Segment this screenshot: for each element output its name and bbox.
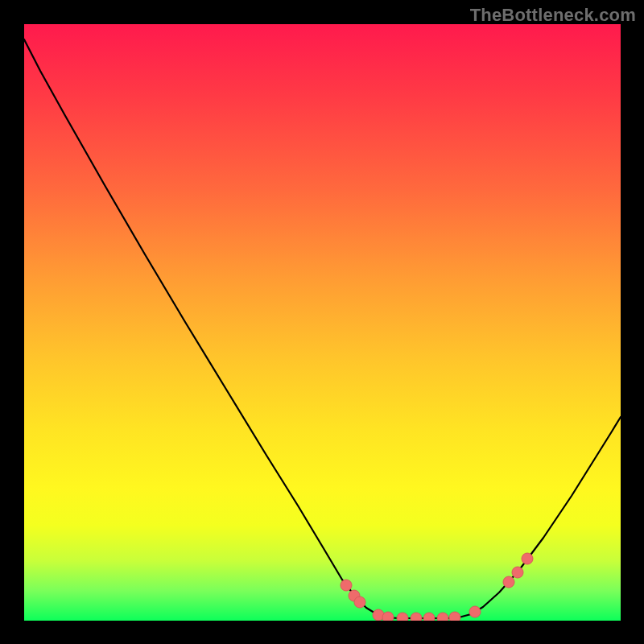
chart-stage: TheBottleneck.com bbox=[0, 0, 644, 644]
marker-point bbox=[449, 612, 460, 621]
watermark-text: TheBottleneck.com bbox=[470, 5, 636, 26]
marker-point bbox=[411, 613, 422, 621]
chart-svg bbox=[24, 24, 621, 621]
marker-point bbox=[397, 613, 408, 621]
marker-point bbox=[423, 613, 435, 621]
marker-point bbox=[437, 613, 448, 621]
marker-point bbox=[522, 553, 533, 564]
plot-area bbox=[24, 24, 621, 621]
curve-right-arm bbox=[459, 417, 621, 617]
marker-point bbox=[503, 576, 514, 588]
marker-point bbox=[354, 597, 365, 608]
marker-point bbox=[469, 606, 481, 617]
marker-point bbox=[512, 567, 523, 578]
marker-point bbox=[382, 612, 394, 621]
marker-point bbox=[341, 580, 352, 591]
curve-left-arm bbox=[24, 39, 386, 617]
